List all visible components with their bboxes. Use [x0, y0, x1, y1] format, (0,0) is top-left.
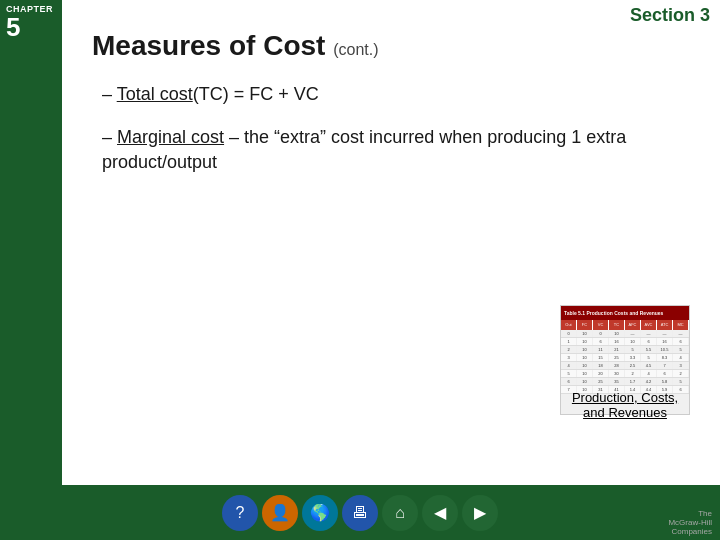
- page-title: Measures of Cost (cont.): [92, 30, 690, 62]
- table-row: 110616106166: [561, 338, 689, 346]
- next-button[interactable]: ▶: [462, 495, 498, 531]
- section-label: Section 3: [630, 5, 710, 26]
- table-row: 41018282.54.573: [561, 362, 689, 370]
- table-row: 31015253.358.34: [561, 354, 689, 362]
- mcgraw-logo: The McGraw-Hill Companies: [668, 509, 712, 536]
- globe-button[interactable]: 🌎: [302, 495, 338, 531]
- bullet-item-2: Marginal cost – the “extra” cost incurre…: [92, 125, 690, 175]
- table-row: 210112155.510.55: [561, 346, 689, 354]
- bottom-nav-bar: ? 👤 🌎 🖶 ⌂ ◀ ▶ The McGraw-Hill Companies: [0, 485, 720, 540]
- chapter-number: 5: [6, 14, 56, 40]
- main-content: Measures of Cost (cont.) Total cost(TC) …: [62, 0, 720, 485]
- title-cont: (cont.): [333, 41, 378, 58]
- left-sidebar: CHAPTER 5: [0, 0, 62, 540]
- table-row: 61025351.74.25.85: [561, 378, 689, 386]
- prev-button[interactable]: ◀: [422, 495, 458, 531]
- print-button[interactable]: 🖶: [342, 495, 378, 531]
- home-button[interactable]: ⌂: [382, 495, 418, 531]
- table-link[interactable]: Production, Costs, and Revenues: [560, 390, 690, 420]
- bullet-item-1: Total cost(TC) = FC + VC: [92, 82, 690, 107]
- chapter-label: CHAPTER 5: [0, 0, 62, 42]
- help-button[interactable]: ?: [222, 495, 258, 531]
- table-row: 010010————: [561, 330, 689, 338]
- term-marginal-cost: Marginal cost: [117, 127, 224, 147]
- term-total-cost: Total cost: [117, 84, 193, 104]
- table-header: Table 5.1 Production Costs and Revenues: [561, 306, 689, 320]
- table-row: 51020302462: [561, 370, 689, 378]
- table-col-header: Out FC VC TC AFC AVC ATC MC: [561, 320, 689, 330]
- user-button[interactable]: 👤: [262, 495, 298, 531]
- nav-icons: ? 👤 🌎 🖶 ⌂ ◀ ▶: [222, 495, 498, 531]
- bullet-1-rest: (TC) = FC + VC: [193, 84, 319, 104]
